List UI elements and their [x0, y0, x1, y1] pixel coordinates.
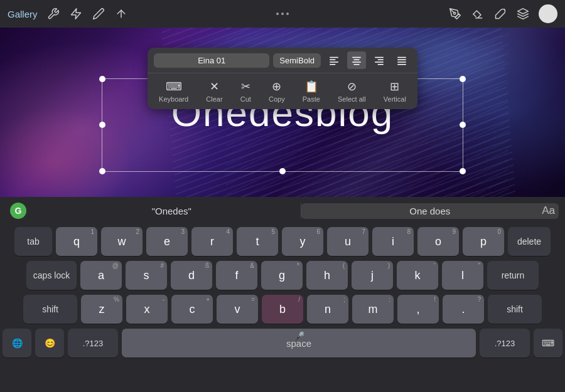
q-key[interactable]: 1 q	[56, 227, 97, 256]
autocorrect-bar: G "Onedes" One does Aa	[0, 197, 565, 225]
handle-middle-right[interactable]	[460, 122, 466, 128]
font-style-button[interactable]: SemiBold	[273, 53, 321, 68]
n-key[interactable]: ; n	[307, 295, 348, 324]
select-all-tool[interactable]: ⊘ Select all	[331, 77, 372, 105]
globe-icon: 🌐	[12, 339, 23, 347]
k-key[interactable]: ' k	[397, 261, 438, 290]
smudge-icon[interactable]	[493, 7, 507, 21]
suggestion-right[interactable]: One does	[301, 203, 559, 219]
b-key[interactable]: / b	[262, 295, 303, 324]
l-key[interactable]: " l	[442, 261, 483, 290]
svg-rect-19	[397, 64, 406, 65]
handle-middle-left[interactable]	[99, 122, 105, 128]
handle-top-left[interactable]	[99, 76, 105, 82]
copy-label: Copy	[269, 95, 285, 103]
keyboard-icon: ⌨	[166, 80, 182, 93]
three-dots[interactable]	[276, 13, 289, 15]
h-key[interactable]: ( h	[306, 261, 348, 290]
hide-keyboard-key[interactable]: ⌨	[534, 329, 562, 358]
w-key[interactable]: 2 w	[101, 227, 143, 256]
delete-key[interactable]: delete	[508, 227, 551, 256]
punct-left-key[interactable]: .?123	[68, 329, 118, 358]
e-key[interactable]: 3 e	[146, 227, 188, 256]
r-key[interactable]: 4 r	[191, 227, 233, 256]
avatar[interactable]	[539, 4, 557, 23]
s-key[interactable]: # s	[126, 261, 167, 290]
wrench-icon[interactable]	[46, 7, 60, 21]
shift-left-key[interactable]: shift	[23, 295, 77, 324]
v-key[interactable]: = v	[217, 295, 258, 324]
autocorrect-left: G	[0, 203, 36, 219]
caps-lock-key[interactable]: caps lock	[26, 261, 77, 290]
delete-label: delete	[517, 237, 541, 246]
u-key[interactable]: 7 u	[327, 227, 369, 256]
vertical-tool[interactable]: ⊞ Vertical	[377, 77, 412, 105]
keyboard-tool[interactable]: ⌨ Keyboard	[153, 77, 195, 105]
svg-rect-7	[330, 64, 335, 65]
paste-tool[interactable]: 📋 Paste	[296, 77, 326, 105]
svg-marker-3	[518, 9, 529, 14]
script-icon[interactable]	[92, 7, 105, 21]
svg-rect-10	[352, 61, 361, 63]
aa-label[interactable]: Aa	[542, 204, 555, 217]
t-key[interactable]: 5 t	[237, 227, 278, 256]
font-name-button[interactable]: Eina 01	[154, 53, 269, 68]
gallery-button[interactable]: Gallery	[8, 9, 38, 19]
z-key[interactable]: % z	[81, 295, 122, 324]
g-key[interactable]: * g	[261, 261, 303, 290]
svg-point-2	[454, 13, 456, 14]
cut-tool[interactable]: ✂ Cut	[234, 77, 257, 105]
period-key[interactable]: ? .	[443, 295, 484, 324]
align-center-button[interactable]	[347, 51, 366, 69]
suggestion-left[interactable]: "Onedes"	[43, 203, 301, 219]
punct-right-key[interactable]: .?123	[480, 329, 530, 358]
text-toolbar-bottom: ⌨ Keyboard ✕ Clear ✂ Cut ⊕ Copy 📋 Paste …	[148, 73, 417, 109]
vertical-icon: ⊞	[390, 80, 399, 93]
handle-bottom-middle[interactable]	[279, 168, 286, 174]
handle-bottom-left[interactable]	[99, 168, 105, 174]
shift-right-label: shift	[507, 305, 523, 314]
svg-rect-11	[354, 64, 360, 65]
y-key[interactable]: 6 y	[282, 227, 323, 256]
cut-icon: ✂	[241, 80, 250, 93]
j-key[interactable]: ) j	[352, 261, 393, 290]
layers-icon[interactable]	[516, 7, 530, 21]
emoji-key[interactable]: 😊	[35, 329, 64, 358]
align-left-button[interactable]	[325, 51, 343, 69]
mic-icon: 🎤	[294, 331, 304, 341]
arrow-icon[interactable]	[114, 7, 128, 21]
x-key[interactable]: - x	[126, 295, 168, 324]
space-key[interactable]: 🎤 space	[122, 329, 476, 358]
comma-key[interactable]: ! ,	[397, 295, 439, 324]
shift-right-key[interactable]: shift	[488, 295, 542, 324]
handle-bottom-right[interactable]	[460, 168, 466, 174]
d-key[interactable]: ß d	[171, 261, 212, 290]
eraser-icon[interactable]	[471, 7, 485, 21]
align-right-button[interactable]	[370, 51, 389, 69]
a-key[interactable]: @ a	[80, 261, 122, 290]
copy-tool[interactable]: ⊕ Copy	[262, 77, 291, 105]
handle-top-right[interactable]	[460, 76, 466, 82]
globe-key[interactable]: 🌐	[3, 329, 31, 358]
tab-label: tab	[27, 237, 39, 246]
lightning-icon[interactable]	[69, 7, 83, 21]
return-key[interactable]: return	[487, 261, 539, 290]
c-key[interactable]: + c	[171, 295, 213, 324]
m-key[interactable]: : m	[352, 295, 394, 324]
suggestions: "Onedes" One does	[36, 203, 565, 219]
p-key[interactable]: 0 p	[463, 227, 504, 256]
svg-rect-13	[378, 60, 384, 61]
canvas-area: Onedesblog Eina 01 SemiBold	[0, 28, 565, 197]
f-key[interactable]: & f	[216, 261, 257, 290]
text-toolbar-top: Eina 01 SemiBold	[148, 48, 417, 73]
clear-icon: ✕	[210, 80, 219, 93]
svg-rect-15	[378, 64, 384, 65]
o-key[interactable]: 9 o	[417, 227, 459, 256]
i-key[interactable]: 8 i	[372, 227, 414, 256]
pen-icon[interactable]	[448, 7, 462, 21]
clear-tool[interactable]: ✕ Clear	[200, 77, 229, 105]
tab-key[interactable]: tab	[14, 227, 52, 256]
svg-rect-5	[330, 60, 335, 61]
svg-rect-8	[352, 57, 361, 58]
align-justify-button[interactable]	[392, 51, 411, 69]
